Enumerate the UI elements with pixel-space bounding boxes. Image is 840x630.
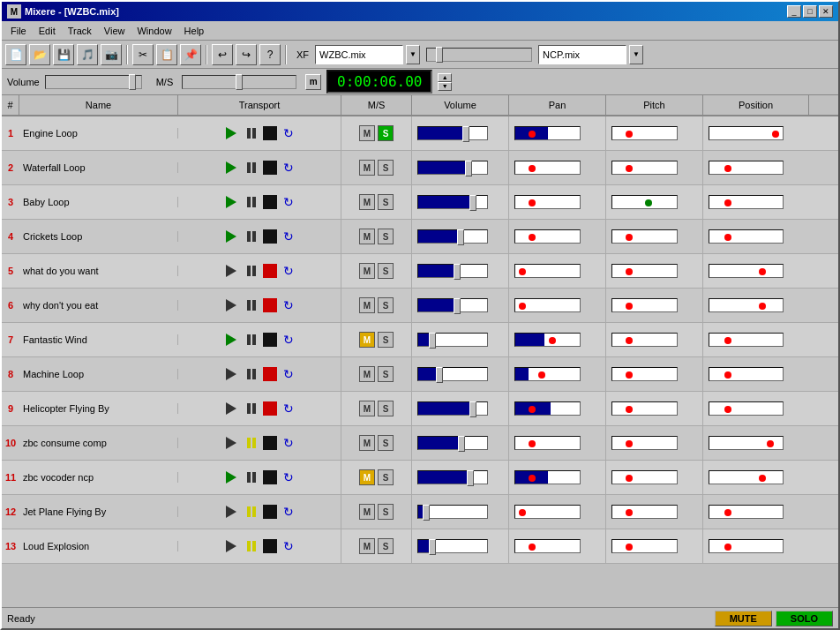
- track-pan-slider[interactable]: [514, 436, 581, 450]
- track-volume-knob[interactable]: [469, 195, 476, 211]
- track-pitch-slider[interactable]: [611, 195, 678, 209]
- track-position-slider[interactable]: [709, 229, 784, 244]
- loop-button[interactable]: ↻: [280, 331, 297, 349]
- track-solo-button[interactable]: S: [378, 366, 394, 382]
- paste-button[interactable]: 📌: [180, 44, 201, 65]
- track-volume-slider[interactable]: [417, 195, 488, 209]
- track-mute-button[interactable]: M: [359, 229, 375, 244]
- track-pitch-knob[interactable]: [645, 199, 652, 206]
- track-volume-slider[interactable]: [417, 229, 488, 244]
- track-pitch-knob[interactable]: [626, 406, 633, 413]
- track-position-slider[interactable]: [709, 505, 784, 519]
- pause-button[interactable]: [243, 125, 260, 141]
- track-position-slider[interactable]: [709, 436, 784, 450]
- track-volume-knob[interactable]: [429, 333, 436, 349]
- track-pan-knob[interactable]: [529, 234, 536, 241]
- track-pan-knob[interactable]: [529, 131, 536, 138]
- track-volume-knob[interactable]: [454, 298, 461, 314]
- track-position-knob[interactable]: [759, 475, 766, 482]
- stop-button[interactable]: [263, 333, 277, 347]
- track-pitch-knob[interactable]: [626, 371, 633, 379]
- track-pan-knob[interactable]: [529, 165, 536, 172]
- track-pitch-knob[interactable]: [626, 234, 633, 241]
- track-volume-knob[interactable]: [423, 505, 430, 521]
- track-mute-button[interactable]: M: [359, 401, 375, 416]
- track-pan-slider[interactable]: [514, 401, 581, 416]
- play-button[interactable]: [222, 297, 240, 313]
- track-volume-knob[interactable]: [457, 229, 464, 245]
- track-position-knob[interactable]: [724, 234, 731, 241]
- menu-view[interactable]: View: [99, 24, 131, 38]
- track-pan-knob[interactable]: [519, 268, 526, 275]
- track-volume-knob[interactable]: [467, 470, 474, 486]
- track-position-knob[interactable]: [759, 268, 766, 275]
- stop-button[interactable]: [263, 298, 277, 312]
- track-mute-button[interactable]: M: [359, 538, 375, 554]
- track-pitch-knob[interactable]: [626, 268, 633, 275]
- loop-button[interactable]: ↻: [280, 296, 297, 314]
- track-position-slider[interactable]: [709, 195, 784, 209]
- track-mute-button[interactable]: M: [359, 125, 375, 141]
- crossfade-slider[interactable]: [426, 48, 532, 62]
- help-button[interactable]: ?: [259, 44, 281, 65]
- track-volume-slider[interactable]: [417, 161, 488, 175]
- track-mute-button[interactable]: M: [359, 194, 375, 210]
- stop-button[interactable]: [263, 470, 277, 484]
- track-mute-button[interactable]: M: [359, 366, 375, 382]
- track-volume-slider[interactable]: [417, 436, 488, 450]
- loop-button[interactable]: ↻: [280, 400, 297, 417]
- play-button[interactable]: [222, 401, 240, 416]
- play-button[interactable]: [222, 435, 240, 451]
- track-position-slider[interactable]: [709, 470, 784, 484]
- loop-button[interactable]: ↻: [280, 228, 297, 245]
- track-pitch-slider[interactable]: [611, 264, 678, 278]
- track-mute-button[interactable]: M: [359, 504, 375, 520]
- track-pitch-slider[interactable]: [611, 298, 678, 312]
- m-button[interactable]: m: [305, 74, 321, 90]
- track-position-knob[interactable]: [724, 406, 731, 413]
- record-button[interactable]: 🎵: [77, 44, 98, 65]
- track-solo-button[interactable]: S: [378, 229, 394, 244]
- menu-window[interactable]: Window: [131, 24, 176, 38]
- track-pan-knob[interactable]: [529, 406, 536, 413]
- pause-button[interactable]: [243, 332, 260, 348]
- track-pan-slider[interactable]: [514, 470, 581, 484]
- track-volume-knob[interactable]: [462, 126, 469, 142]
- play-button[interactable]: [222, 366, 240, 382]
- track-position-slider[interactable]: [709, 367, 784, 381]
- track-solo-button[interactable]: S: [378, 263, 394, 279]
- pause-button[interactable]: [243, 469, 260, 485]
- track-position-knob[interactable]: [759, 303, 766, 310]
- track-pan-knob[interactable]: [538, 371, 545, 379]
- track-mute-button[interactable]: M: [359, 469, 375, 485]
- play-button[interactable]: [222, 229, 240, 244]
- track-mute-button[interactable]: M: [359, 332, 375, 348]
- new-button[interactable]: 📄: [5, 44, 26, 65]
- loop-button[interactable]: ↻: [280, 193, 297, 211]
- track-pan-slider[interactable]: [514, 298, 581, 312]
- camera-button[interactable]: 📷: [101, 44, 122, 65]
- track-solo-button[interactable]: S: [378, 538, 394, 554]
- copy-button[interactable]: 📋: [156, 44, 177, 65]
- track-pan-knob[interactable]: [529, 475, 536, 482]
- track-pan-slider[interactable]: [514, 126, 581, 140]
- track-volume-slider[interactable]: [417, 505, 488, 519]
- open-button[interactable]: 📂: [29, 44, 50, 65]
- menu-help[interactable]: Help: [179, 24, 210, 38]
- track-position-slider[interactable]: [709, 298, 784, 312]
- play-button[interactable]: [222, 125, 240, 141]
- stop-button[interactable]: [263, 229, 277, 244]
- track-pan-slider[interactable]: [514, 195, 581, 209]
- track-solo-button[interactable]: S: [378, 125, 394, 141]
- track-solo-button[interactable]: S: [378, 469, 394, 485]
- time-down-button[interactable]: ▼: [438, 82, 452, 91]
- play-button[interactable]: [222, 538, 240, 554]
- track-solo-button[interactable]: S: [378, 160, 394, 176]
- track-pitch-knob[interactable]: [626, 303, 633, 310]
- track-solo-button[interactable]: S: [378, 435, 394, 451]
- loop-button[interactable]: ↻: [280, 365, 297, 383]
- track-pan-slider[interactable]: [514, 229, 581, 244]
- track-volume-knob[interactable]: [436, 367, 443, 383]
- ms-slider[interactable]: [182, 75, 296, 89]
- pause-button[interactable]: [243, 297, 260, 313]
